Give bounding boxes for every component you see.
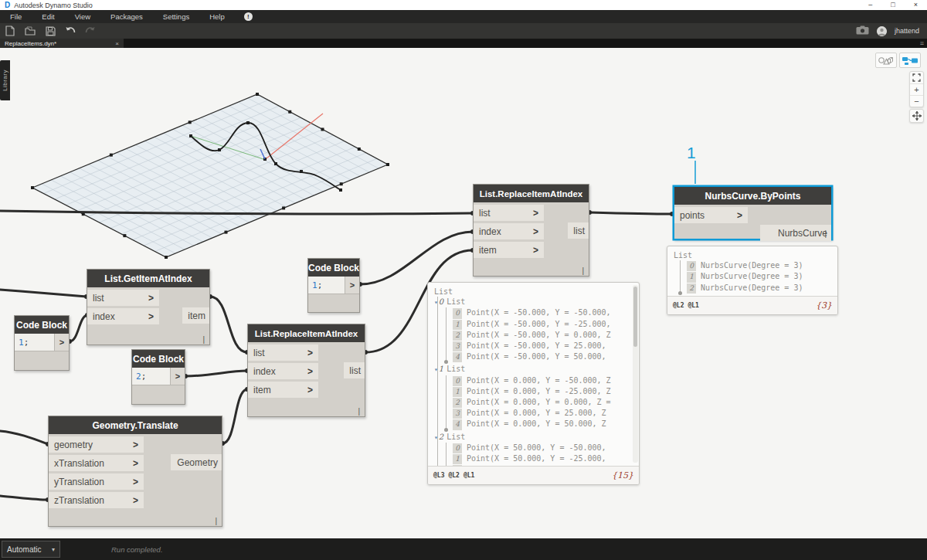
input-port-points[interactable]: points> bbox=[674, 207, 748, 223]
lacing-indicator[interactable]: | bbox=[824, 229, 827, 238]
level-badge[interactable]: @L3 bbox=[433, 472, 444, 479]
control-point[interactable] bbox=[165, 256, 168, 259]
minimize-button[interactable]: – bbox=[868, 1, 872, 9]
control-point[interactable] bbox=[288, 110, 291, 114]
node-code-block-2[interactable]: Code Block 2;> bbox=[131, 349, 185, 405]
lacing-indicator[interactable]: | bbox=[582, 266, 584, 275]
graph-view-button[interactable] bbox=[899, 53, 921, 68]
new-file-icon[interactable] bbox=[0, 23, 20, 39]
node-title[interactable]: List.ReplaceItemAtIndex bbox=[248, 324, 365, 342]
code-input[interactable]: 1; bbox=[15, 334, 54, 351]
menu-packages[interactable]: Packages bbox=[100, 10, 153, 23]
geometry-view-button[interactable] bbox=[875, 53, 897, 68]
node-code-block-3[interactable]: Code Block 1;> bbox=[307, 258, 360, 313]
tab-close-icon[interactable]: × bbox=[115, 40, 119, 47]
output-port-item[interactable]: item bbox=[182, 307, 209, 324]
scrollbar-thumb[interactable] bbox=[633, 287, 637, 347]
expander-icon[interactable]: ▾ bbox=[434, 299, 438, 306]
expander-icon[interactable]: ▾ bbox=[434, 434, 438, 441]
control-point[interactable] bbox=[224, 231, 227, 234]
output-port-nurbscurve[interactable]: NurbsCurve bbox=[760, 225, 831, 241]
username-label[interactable]: jhattend bbox=[895, 27, 919, 35]
fit-to-screen-button[interactable] bbox=[910, 72, 923, 83]
wire[interactable] bbox=[0, 290, 87, 297]
code-input[interactable]: 2; bbox=[132, 368, 170, 385]
input-port-item[interactable]: item> bbox=[474, 242, 544, 258]
tab-overflow-menu-icon[interactable]: ≡ bbox=[920, 39, 927, 47]
output-port[interactable]: > bbox=[54, 334, 69, 351]
level-badge[interactable]: @L2 bbox=[673, 302, 684, 309]
node-geometry-translate[interactable]: Geometry.Translate geometry> xTranslatio… bbox=[48, 416, 222, 527]
menu-edit[interactable]: Edit bbox=[32, 10, 64, 23]
node-nurbscurve-bypoints[interactable]: NurbsCurve.ByPoints points> NurbsCurve | bbox=[674, 186, 832, 239]
pan-button[interactable] bbox=[909, 109, 924, 123]
canvas[interactable]: Library + − 1 List.GetItemAtIndex list> … bbox=[0, 48, 927, 538]
wire[interactable] bbox=[185, 371, 247, 376]
input-port-index[interactable]: index> bbox=[248, 363, 318, 379]
zoom-in-button[interactable]: + bbox=[910, 83, 923, 95]
control-point[interactable] bbox=[358, 148, 361, 151]
input-port-item[interactable]: item> bbox=[248, 382, 318, 398]
annotation-1[interactable]: 1 bbox=[687, 144, 696, 162]
expander-icon[interactable]: ▾ bbox=[434, 366, 438, 373]
control-point[interactable] bbox=[386, 163, 389, 166]
bubble-scrollbar[interactable] bbox=[633, 285, 638, 463]
user-avatar[interactable] bbox=[877, 26, 887, 36]
notifications-icon[interactable]: ! bbox=[244, 12, 253, 21]
level-badge[interactable]: @L2 bbox=[448, 472, 459, 479]
run-mode-dropdown[interactable]: Automatic ▾ bbox=[2, 541, 60, 558]
output-port-list[interactable]: list bbox=[568, 222, 589, 239]
undo-icon[interactable] bbox=[60, 23, 80, 39]
preview-bubble-points[interactable]: List▾0List0Point(X = -50.000, Y = -50.00… bbox=[427, 282, 640, 485]
control-point[interactable] bbox=[321, 128, 324, 131]
menu-view[interactable]: View bbox=[65, 10, 100, 23]
wire[interactable] bbox=[589, 212, 672, 214]
level-badge[interactable]: @L1 bbox=[688, 302, 698, 309]
control-point[interactable] bbox=[256, 93, 259, 96]
output-port[interactable]: > bbox=[170, 368, 185, 385]
node-title[interactable]: Code Block bbox=[308, 259, 359, 277]
menu-help[interactable]: Help bbox=[199, 10, 235, 23]
control-point[interactable] bbox=[110, 154, 113, 157]
wire[interactable] bbox=[210, 297, 247, 352]
lacing-indicator[interactable]: | bbox=[358, 407, 360, 416]
input-port-list[interactable]: list> bbox=[248, 344, 318, 361]
menu-file[interactable]: File bbox=[0, 10, 32, 23]
node-title[interactable]: NurbsCurve.ByPoints bbox=[674, 187, 831, 205]
output-port[interactable]: > bbox=[345, 277, 359, 294]
close-button[interactable]: × bbox=[914, 1, 918, 9]
wire[interactable] bbox=[0, 496, 48, 500]
menu-settings[interactable]: Settings bbox=[153, 10, 199, 23]
output-port-list[interactable]: list bbox=[344, 362, 365, 378]
zoom-out-button[interactable]: − bbox=[910, 95, 923, 107]
maximize-button[interactable]: □ bbox=[891, 1, 895, 9]
open-file-icon[interactable] bbox=[20, 23, 40, 39]
control-point[interactable] bbox=[282, 206, 285, 209]
node-title[interactable]: List.GetItemAtIndex bbox=[87, 270, 209, 287]
node-title[interactable]: Code Block bbox=[132, 350, 185, 368]
control-point[interactable] bbox=[123, 234, 126, 237]
control-point[interactable] bbox=[188, 120, 192, 124]
save-icon[interactable] bbox=[40, 23, 60, 39]
node-list-replaceitematindex-2[interactable]: List.ReplaceItemAtIndex list> index> ite… bbox=[247, 324, 365, 417]
screenshot-camera-icon[interactable] bbox=[856, 24, 869, 38]
node-list-replaceitematindex-1[interactable]: List.ReplaceItemAtIndex list> index> ite… bbox=[473, 184, 589, 277]
input-port-ytranslation[interactable]: yTranslation> bbox=[49, 473, 144, 490]
wire[interactable] bbox=[0, 431, 48, 444]
redo-icon[interactable] bbox=[80, 23, 100, 39]
input-port-list[interactable]: list> bbox=[87, 290, 159, 306]
output-port-geometry[interactable]: Geometry bbox=[171, 454, 222, 470]
control-point[interactable] bbox=[340, 182, 343, 185]
wire[interactable] bbox=[70, 315, 87, 341]
code-input[interactable]: 1; bbox=[308, 277, 345, 294]
control-point[interactable] bbox=[31, 186, 34, 189]
lacing-indicator[interactable]: | bbox=[215, 517, 217, 525]
input-port-index[interactable]: index> bbox=[87, 308, 159, 324]
input-port-xtranslation[interactable]: xTranslation> bbox=[49, 455, 144, 471]
preview-bubble-nurbscurve[interactable]: List0NurbsCurve(Degree = 3)1NurbsCurve(D… bbox=[667, 246, 838, 315]
library-panel-tab[interactable]: Library bbox=[0, 60, 10, 100]
input-port-index[interactable]: index> bbox=[474, 223, 544, 239]
node-title[interactable]: List.ReplaceItemAtIndex bbox=[474, 185, 589, 202]
input-port-ztranslation[interactable]: zTranslation> bbox=[49, 492, 144, 508]
node-code-block-1[interactable]: Code Block 1;> bbox=[14, 315, 70, 371]
